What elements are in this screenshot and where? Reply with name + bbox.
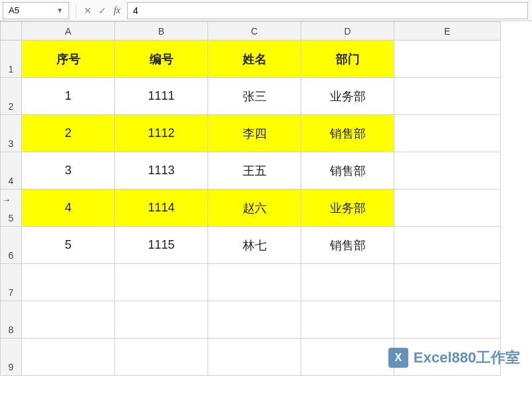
data-cell[interactable] [394,152,501,190]
formula-input[interactable]: 4 [127,2,528,19]
data-cell[interactable] [394,227,501,264]
data-cell[interactable]: 张三 [208,78,301,115]
data-cell[interactable] [22,338,115,376]
table-row: 8 [1,301,501,338]
data-cell[interactable] [22,264,115,301]
row-header-6[interactable]: 6 [1,227,22,264]
header-cell[interactable] [394,41,501,78]
data-cell[interactable]: 1112 [115,115,208,152]
table-row: 321112李四销售部 [1,115,501,152]
data-cell[interactable]: 3 [22,152,115,190]
data-cell[interactable]: 5 [22,227,115,264]
select-all-corner[interactable] [1,22,22,41]
data-cell[interactable] [301,264,394,301]
data-cell[interactable] [394,78,501,115]
excel-icon-text: X [394,352,402,364]
row-header-1[interactable]: 1 [1,41,22,78]
header-cell[interactable]: 部门 [301,41,394,78]
name-box[interactable]: A5 ▼ [3,2,69,19]
grid-table: ABCDE 1序号编号姓名部门211111张三业务部321112李四销售部431… [0,21,501,376]
row-header-4[interactable]: 4 [1,152,22,190]
data-cell[interactable] [208,301,301,338]
grid-body: 1序号编号姓名部门211111张三业务部321112李四销售部431113王五销… [1,41,501,376]
data-cell[interactable]: 销售部 [301,227,394,264]
column-header-A[interactable]: A [22,22,115,41]
data-cell[interactable]: 业务部 [301,190,394,227]
cancel-icon[interactable]: ✕ [80,5,95,16]
table-row: 211111张三业务部 [1,78,501,115]
data-cell[interactable] [115,338,208,376]
data-cell[interactable]: 4 [22,190,115,227]
name-box-value: A5 [9,5,19,15]
divider [76,3,76,18]
data-cell[interactable]: 王五 [208,152,301,190]
data-cell[interactable] [115,264,208,301]
table-row: 1序号编号姓名部门 [1,41,501,78]
excel-icon: X [388,348,408,368]
data-cell[interactable] [22,301,115,338]
data-cell[interactable]: 2 [22,115,115,152]
data-cell[interactable] [394,115,501,152]
data-cell[interactable]: 1 [22,78,115,115]
data-cell[interactable]: 赵六 [208,190,301,227]
chevron-down-icon[interactable]: ▼ [57,7,63,14]
watermark: X Excel880工作室 [388,348,520,368]
data-cell[interactable]: 1111 [115,78,208,115]
header-cell[interactable]: 编号 [115,41,208,78]
data-cell[interactable]: 业务部 [301,78,394,115]
watermark-text: Excel880工作室 [414,348,520,368]
data-cell[interactable] [115,301,208,338]
data-cell[interactable] [301,301,394,338]
formula-value: 4 [133,5,138,16]
fx-icon[interactable]: fx [110,5,124,16]
data-cell[interactable] [301,338,394,376]
data-cell[interactable] [394,264,501,301]
column-header-row: ABCDE [1,22,501,41]
table-row: 431113王五销售部 [1,152,501,190]
header-cell[interactable]: 姓名 [208,41,301,78]
data-cell[interactable]: 1114 [115,190,208,227]
row-header-7[interactable]: 7 [1,264,22,301]
data-cell[interactable] [208,338,301,376]
enter-icon[interactable]: ✓ [95,5,110,16]
column-header-B[interactable]: B [115,22,208,41]
data-cell[interactable]: 李四 [208,115,301,152]
table-row: 651115林七销售部 [1,227,501,264]
data-cell[interactable] [394,190,501,227]
row-header-8[interactable]: 8 [1,301,22,338]
formula-bar: A5 ▼ ✕ ✓ fx 4 [0,0,532,21]
header-cell[interactable]: 序号 [22,41,115,78]
spreadsheet-grid: ABCDE 1序号编号姓名部门211111张三业务部321112李四销售部431… [0,21,532,376]
table-row: 7 [1,264,501,301]
data-cell[interactable] [208,264,301,301]
row-header-9[interactable]: 9 [1,338,22,376]
row-header-5[interactable]: 5 [1,190,22,227]
column-header-E[interactable]: E [394,22,501,41]
column-header-D[interactable]: D [301,22,394,41]
row-header-2[interactable]: 2 [1,78,22,115]
data-cell[interactable]: 1115 [115,227,208,264]
table-row: 541114赵六业务部 [1,190,501,227]
data-cell[interactable]: 销售部 [301,152,394,190]
data-cell[interactable]: 林七 [208,227,301,264]
column-header-C[interactable]: C [208,22,301,41]
data-cell[interactable]: 1113 [115,152,208,190]
row-header-3[interactable]: 3 [1,115,22,152]
data-cell[interactable]: 销售部 [301,115,394,152]
data-cell[interactable] [394,301,501,338]
